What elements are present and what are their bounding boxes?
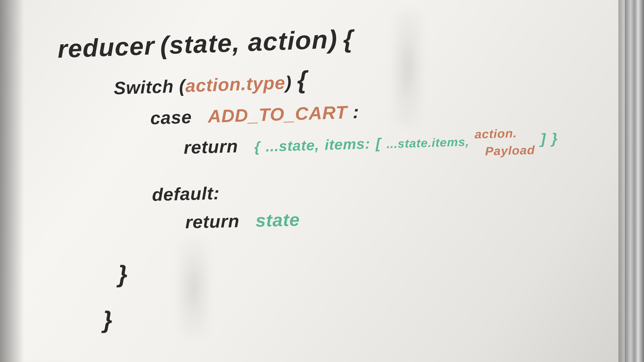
object-close: } xyxy=(552,130,558,146)
code-block: reducer (state, action) { Switch (action… xyxy=(57,12,559,340)
case-keyword: case xyxy=(150,107,192,128)
return-keyword: return xyxy=(184,136,238,157)
switch-keyword: Switch xyxy=(114,76,174,98)
open-paren: ( xyxy=(179,76,186,96)
default-keyword: default xyxy=(152,183,214,204)
colon: : xyxy=(352,101,360,122)
object-open: { xyxy=(254,139,260,155)
open-brace: { xyxy=(343,25,354,53)
whiteboard-surface: reducer (state, action) { Switch (action… xyxy=(0,0,644,362)
array-close: ] xyxy=(540,130,546,147)
whiteboard-frame xyxy=(625,0,644,362)
items-key: items: xyxy=(324,135,370,153)
open-brace: { xyxy=(297,66,308,94)
spread-items: ...state.items, xyxy=(386,135,469,150)
wall-edge xyxy=(618,0,625,362)
code-line-7: } xyxy=(63,247,559,293)
close-brace: } xyxy=(118,260,128,287)
payload-ref: Payload xyxy=(475,143,535,158)
colon: : xyxy=(213,183,220,203)
close-brace: } xyxy=(102,306,113,333)
spread-state: ...state, xyxy=(266,137,319,154)
reducer-keyword: reducer xyxy=(57,31,155,63)
action-ref: action. xyxy=(474,126,517,141)
close-paren: ) xyxy=(285,72,292,93)
shadow-left xyxy=(0,0,24,362)
case-value: ADD_TO_CART xyxy=(208,102,348,126)
state-value: state xyxy=(256,209,300,230)
return-keyword: return xyxy=(185,211,240,232)
params: (state, action) xyxy=(160,25,338,59)
code-line-8: } xyxy=(64,294,559,338)
action-type: action.type xyxy=(185,72,286,96)
array-open: [ xyxy=(376,135,381,151)
